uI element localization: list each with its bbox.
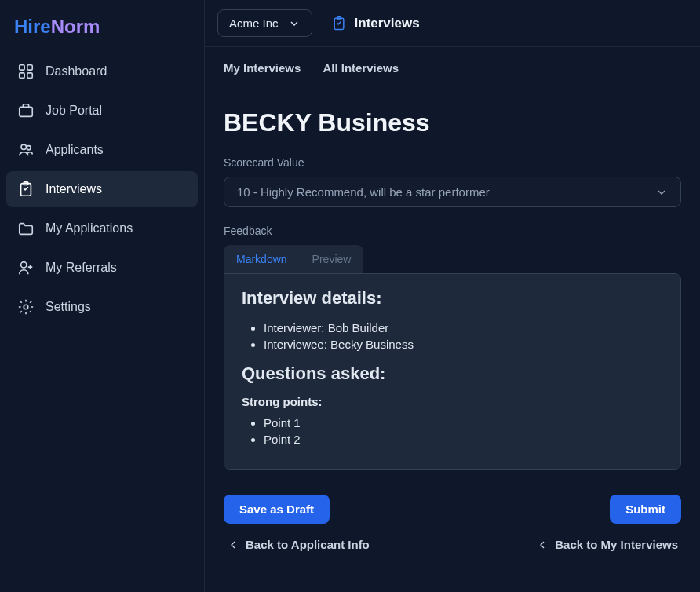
- gear-icon: [17, 298, 35, 316]
- org-name: Acme Inc: [229, 16, 279, 30]
- back-link-label: Back to My Interviews: [555, 538, 678, 551]
- briefcase-icon: [17, 102, 35, 119]
- clipboard-icon: [331, 16, 347, 31]
- preview-heading-details: Interview details:: [242, 288, 663, 309]
- editor-tab-markdown[interactable]: Markdown: [224, 245, 300, 273]
- preview-point: Point 2: [264, 431, 663, 448]
- logo-part2: Norm: [51, 16, 100, 37]
- feedback-preview[interactable]: Interview details: Interviewer: Bob Buil…: [224, 273, 681, 470]
- footer-links: Back to Applicant Info Back to My Interv…: [224, 538, 681, 551]
- content: My Interviews All Interviews BECKY Busin…: [205, 47, 700, 592]
- chevron-left-icon: [227, 539, 239, 551]
- back-to-applicant-link[interactable]: Back to Applicant Info: [227, 538, 370, 551]
- nav: Dashboard Job Portal Applicants Intervie…: [0, 53, 204, 325]
- folder-icon: [17, 220, 35, 237]
- preview-point: Point 1: [264, 415, 663, 431]
- sidebar-item-label: Interviews: [46, 182, 102, 196]
- chevron-down-icon: [288, 17, 301, 30]
- feedback-label: Feedback: [224, 225, 681, 237]
- sidebar-item-applicants[interactable]: Applicants: [6, 132, 198, 168]
- preview-interviewer: Interviewer: Bob Builder: [264, 320, 663, 336]
- sidebar-item-my-referrals[interactable]: My Referrals: [6, 250, 198, 286]
- main: Acme Inc Interviews My Interviews All In…: [205, 0, 700, 592]
- sidebar-item-settings[interactable]: Settings: [6, 289, 198, 325]
- action-row: Save as Draft Submit: [224, 495, 681, 524]
- logo: HireNorm: [0, 12, 204, 53]
- svg-point-5: [21, 144, 26, 149]
- sidebar-item-job-portal[interactable]: Job Portal: [6, 93, 198, 129]
- user-plus-icon: [17, 259, 35, 276]
- clipboard-icon: [17, 181, 35, 198]
- sidebar-item-label: Job Portal: [46, 104, 102, 118]
- svg-rect-4: [20, 107, 33, 116]
- sidebar-item-label: My Applications: [46, 221, 133, 236]
- chevron-left-icon: [536, 539, 549, 551]
- svg-point-9: [21, 262, 27, 268]
- sidebar-item-label: Applicants: [46, 143, 104, 157]
- preview-heading-questions: Questions asked:: [242, 364, 663, 384]
- editor-tab-preview[interactable]: Preview: [300, 245, 364, 273]
- sidebar-item-label: My Referrals: [46, 261, 117, 275]
- sidebar-item-interviews[interactable]: Interviews: [6, 171, 198, 207]
- svg-rect-2: [20, 73, 24, 78]
- svg-rect-0: [20, 65, 24, 70]
- breadcrumb-text: Interviews: [355, 16, 420, 31]
- scorecard-label: Scorecard Value: [224, 156, 681, 169]
- svg-rect-3: [27, 73, 32, 78]
- logo-part1: Hire: [14, 16, 51, 37]
- editor-tabs: Markdown Preview: [224, 245, 363, 273]
- back-to-interviews-link[interactable]: Back to My Interviews: [536, 538, 678, 551]
- sidebar-item-label: Dashboard: [46, 64, 107, 79]
- chevron-down-icon: [655, 186, 668, 199]
- svg-rect-1: [27, 65, 32, 70]
- submit-button[interactable]: Submit: [610, 495, 681, 524]
- preview-strong-label: Strong points:: [242, 395, 663, 408]
- org-selector[interactable]: Acme Inc: [217, 9, 312, 37]
- dashboard-icon: [17, 63, 35, 80]
- scorecard-select[interactable]: 10 - Highly Recommend, will be a star pe…: [224, 177, 681, 207]
- tabs: My Interviews All Interviews: [205, 47, 700, 86]
- sidebar-item-label: Settings: [46, 300, 91, 314]
- svg-point-10: [24, 305, 28, 309]
- preview-interviewee: Interviewee: Becky Business: [264, 336, 663, 353]
- back-link-label: Back to Applicant Info: [246, 538, 370, 551]
- svg-point-6: [27, 146, 31, 150]
- topbar: Acme Inc Interviews: [205, 0, 700, 47]
- save-draft-button[interactable]: Save as Draft: [224, 495, 330, 524]
- sidebar-item-dashboard[interactable]: Dashboard: [6, 53, 198, 90]
- users-icon: [17, 141, 35, 159]
- tab-my-interviews[interactable]: My Interviews: [224, 61, 301, 86]
- scorecard-value: 10 - Highly Recommend, will be a star pe…: [237, 185, 490, 199]
- sidebar-item-my-applications[interactable]: My Applications: [6, 210, 198, 247]
- inner-content: BECKY Business Scorecard Value 10 - High…: [205, 86, 700, 570]
- sidebar: HireNorm Dashboard Job Portal Applicants: [0, 0, 205, 592]
- tab-all-interviews[interactable]: All Interviews: [323, 61, 399, 86]
- breadcrumb: Interviews: [331, 16, 420, 31]
- page-title: BECKY Business: [224, 108, 681, 137]
